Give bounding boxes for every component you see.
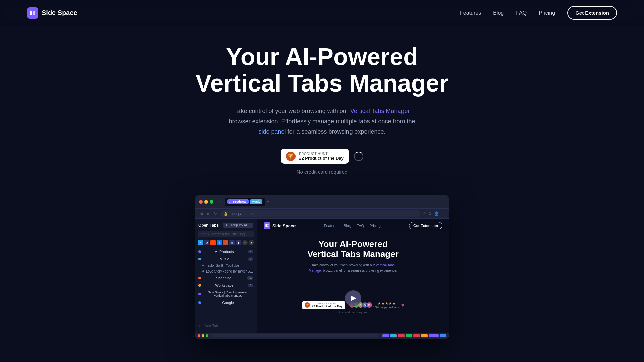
product-hunt-badge[interactable]: 🏆 PRODUCT HUNT #2 Product of the Day <box>281 149 349 164</box>
nav-pricing[interactable]: Pricing <box>539 10 555 16</box>
tab-indicator-workspace <box>421 334 428 337</box>
lock-icon: 🔒 <box>224 212 228 216</box>
favicon-gear[interactable]: ⚙ <box>204 240 209 245</box>
new-tab-button[interactable]: + + New Tab <box>195 322 257 330</box>
back-button[interactable]: ◀ <box>199 210 203 217</box>
play-video-button[interactable] <box>345 290 361 306</box>
embedded-get-extension-button[interactable]: Get Extension <box>409 222 442 229</box>
loading-spinner <box>354 152 363 161</box>
minimize-window-button[interactable] <box>204 200 208 204</box>
subitem-name: Taylor Swift - YouTube <box>206 264 239 267</box>
favicon-reddit[interactable]: r <box>210 240 216 245</box>
browser-urlbar: ◀ ▶ ↻ 🔒 sidespace.app ☆ ⚙ 👤 ⋮ <box>195 209 449 219</box>
favicon-twitter[interactable]: ✕ <box>198 240 203 245</box>
emb-nav-faq[interactable]: FAQ <box>357 224 364 228</box>
group-color-dot <box>198 258 201 260</box>
hero-title: Your AI-Powered Vertical Tabs Manager <box>196 44 449 97</box>
nav-features[interactable]: Features <box>460 10 481 16</box>
browser-main-content: Side Space Features Blog FAQ Pricing Get… <box>257 219 449 333</box>
group-color-dot <box>198 301 201 304</box>
favicon-fb[interactable]: f <box>217 240 222 245</box>
subitem-love-story[interactable]: Love Story - song by Taylor Swift | Spot… <box>195 268 257 274</box>
logo-icon <box>27 7 38 19</box>
group-music[interactable]: Music 2 <box>195 255 257 263</box>
browser-actions: ☆ ⚙ 👤 ⋮ <box>423 211 445 216</box>
tab-indicator-google <box>440 334 446 337</box>
svg-rect-4 <box>267 224 269 225</box>
sort-button[interactable]: Sort ▾ <box>200 232 209 236</box>
refresh-button[interactable]: ↻ <box>213 210 218 217</box>
group-ai-products[interactable]: AI Products 4 <box>195 248 257 255</box>
embedded-hero-title: Your AI-Powered Vertical Tabs Manager <box>306 239 400 259</box>
favicon-ph[interactable]: P <box>223 240 228 245</box>
group-google[interactable]: Google <box>195 299 257 306</box>
group-count: 14 <box>247 276 253 280</box>
favicon-circle2[interactable]: ● <box>249 240 254 245</box>
favicon-misc2[interactable]: ◆ <box>236 240 241 245</box>
logo[interactable]: Side Space <box>27 7 77 19</box>
svg-rect-5 <box>267 226 269 227</box>
extension-icon[interactable]: ⚙ <box>428 211 432 216</box>
group-count: 4 <box>248 250 253 253</box>
group-count: 2 <box>248 257 253 261</box>
bottom-dot-green <box>206 334 208 337</box>
subitem-taylor-swift[interactable]: Taylor Swift - YouTube <box>195 263 257 268</box>
url-text: sidespace.app <box>230 212 254 216</box>
avatar-5: E <box>366 302 372 308</box>
group-shopping[interactable]: Shopping 14 <box>195 274 257 282</box>
navbar: Side Space Features Blog FAQ Pricing Get… <box>0 0 644 26</box>
bottom-tab-indicators <box>382 334 446 337</box>
embedded-no-card-text: No credit card required <box>338 311 369 317</box>
new-tab-button[interactable]: + <box>267 199 269 204</box>
svg-rect-0 <box>30 11 32 15</box>
group-name: Workspace <box>203 283 246 287</box>
search-placeholder: Search a tab (link, title) <box>211 232 245 236</box>
tab-indicator-love <box>406 334 412 337</box>
sidebar-title: Open Tabs <box>198 223 219 228</box>
group-name: Music <box>203 257 246 261</box>
browser-tab-sidespace[interactable]: AI Products Music Taylor Swift - ✕ Love … <box>225 198 265 206</box>
group-color-dot <box>198 284 201 287</box>
group-color-dot <box>198 293 201 295</box>
bottom-dot-red <box>198 334 200 337</box>
emb-nav-features[interactable]: Features <box>324 224 338 228</box>
nav-faq[interactable]: FAQ <box>516 10 527 16</box>
maximize-window-button[interactable] <box>210 200 213 204</box>
heart-icon: ♥ <box>401 302 404 308</box>
emb-nav-pricing[interactable]: Pricing <box>369 224 381 228</box>
product-hunt-icon: 🏆 <box>286 152 296 161</box>
browser-tab-twitter[interactable]: ✕ <box>216 198 224 206</box>
profile-icon[interactable]: 👤 <box>434 211 439 216</box>
group-count: 3 <box>248 284 253 287</box>
favicon-misc1[interactable]: ◈ <box>229 240 235 245</box>
group-sidespace[interactable]: Side Space | Your AI-powered vertical ta… <box>195 289 257 299</box>
star-icon[interactable]: ☆ <box>423 211 426 216</box>
url-bar[interactable]: 🔒 sidespace.app <box>220 210 420 217</box>
tab-indicator-shopping <box>413 334 420 337</box>
nav-blog[interactable]: Blog <box>493 10 504 16</box>
favicon-circle1[interactable]: ● <box>242 240 248 245</box>
embedded-product-hunt-badge[interactable]: 🏆 PRODUCT HUNT #2 Product of the Day <box>302 301 345 309</box>
embedded-logo: Side Space <box>264 222 296 229</box>
group-name: Google <box>203 301 253 305</box>
group-color-dot <box>198 277 201 279</box>
emb-nav-blog[interactable]: Blog <box>344 224 351 228</box>
menu-icon[interactable]: ⋮ <box>441 211 445 216</box>
group-name: AI Products <box>203 250 246 254</box>
sidebar-search[interactable]: Sort ▾ Search a tab (link, title) <box>198 231 254 237</box>
forward-button[interactable]: ▶ <box>206 210 210 217</box>
hero-section: Your AI-Powered Vertical Tabs Manager Ta… <box>0 0 644 359</box>
vertical-tabs-manager-link[interactable]: Vertical Tabs Manager <box>350 108 410 114</box>
stars-icon: ★★★★★ <box>373 301 400 306</box>
browser-topbar: ✕ AI Products Music Taylor Swift - ✕ Lov… <box>195 195 449 209</box>
subitem-dot <box>202 270 204 272</box>
group-by-ai-button[interactable]: ✦ Group By AI ⋯ <box>223 223 253 228</box>
group-workspace[interactable]: Workspace 3 <box>195 282 257 289</box>
side-panel-link[interactable]: side panel <box>258 128 286 135</box>
close-window-button[interactable] <box>199 200 203 204</box>
emb-vertical-tabs-link[interactable]: Vertical Tabs Manager <box>309 263 394 273</box>
hero-badges: 🏆 PRODUCT HUNT #2 Product of the Day <box>281 149 363 164</box>
logo-text: Side Space <box>42 9 77 17</box>
nav-get-extension-button[interactable]: Get Extension <box>567 6 617 20</box>
browser-body: Open Tabs ✦ Group By AI ⋯ Sort ▾ Search … <box>195 219 449 333</box>
